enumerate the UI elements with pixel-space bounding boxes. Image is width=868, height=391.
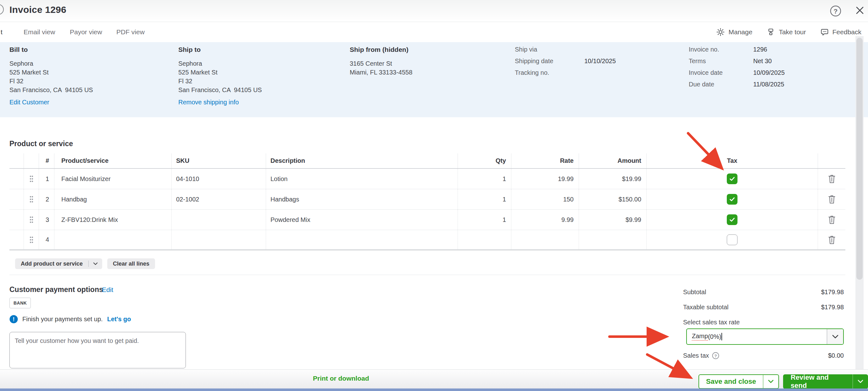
close-button[interactable] (854, 5, 866, 17)
send-options-dropdown[interactable] (852, 374, 868, 389)
tab-payor-view[interactable]: Payor view (70, 22, 102, 42)
tax-checkbox[interactable] (727, 173, 738, 184)
chevron-down-icon (93, 262, 98, 265)
page-title: Invoice 1296 (9, 4, 66, 15)
customer-payment-options-heading: Customer payment options (9, 285, 103, 294)
description-cell[interactable] (266, 230, 458, 249)
sales-tax-help-icon[interactable]: ? (712, 352, 719, 359)
rate-cell[interactable]: 150 (511, 189, 579, 209)
remove-shipping-info-link[interactable]: Remove shipping info (178, 99, 239, 106)
invoice-no-value[interactable]: 1296 (753, 46, 767, 53)
drag-dots-icon (29, 236, 34, 243)
save-options-dropdown[interactable] (763, 375, 778, 388)
drag-handle[interactable] (24, 209, 39, 230)
qty-cell[interactable]: 1 (458, 209, 511, 230)
add-product-dropdown[interactable] (88, 261, 102, 267)
product-cell[interactable] (54, 230, 172, 249)
delete-row-button[interactable] (828, 235, 836, 245)
bill-to-line: Sephora (9, 59, 93, 68)
take-tour-button[interactable]: Take tour (767, 28, 806, 36)
view-tab-bar: t Email view Payor view PDF view Manage (0, 22, 868, 42)
bill-to-block: Bill to Sephora 525 Market St Fl 32 San … (9, 46, 93, 106)
add-product-or-service-button[interactable]: Add product or service (15, 258, 102, 269)
sku-cell[interactable] (172, 230, 266, 249)
edit-customer-link[interactable]: Edit Customer (9, 99, 50, 106)
due-date-value[interactable]: 11/08/2025 (753, 81, 784, 88)
manage-button[interactable]: Manage (716, 28, 752, 36)
col-sku: SKU (172, 153, 266, 168)
text-cursor (721, 333, 722, 340)
bottom-accent-strip (0, 389, 868, 391)
scrollbar-track[interactable] (856, 36, 864, 369)
check-icon (729, 175, 736, 182)
description-cell[interactable]: Lotion (266, 169, 458, 189)
save-and-close-button[interactable]: Save and close (699, 374, 779, 389)
qty-cell[interactable]: 1 (458, 169, 511, 189)
cut-off-circle-icon (0, 4, 4, 15)
trash-icon (828, 215, 836, 224)
invoice-date-value[interactable]: 10/09/2025 (753, 69, 785, 76)
col-num: # (39, 153, 54, 168)
payment-message-input[interactable] (9, 332, 186, 368)
tab-email-view[interactable]: Email view (24, 22, 55, 42)
ship-to-heading: Ship to (178, 46, 262, 54)
drag-handle[interactable] (24, 189, 39, 209)
shipping-date-value[interactable]: 10/10/2025 (584, 58, 616, 65)
due-date-label: Due date (689, 81, 753, 88)
sales-tax-label: Sales tax (683, 352, 709, 359)
ship-from-heading: Ship from (hidden) (350, 46, 412, 54)
feedback-button[interactable]: Feedback (820, 28, 861, 36)
table-header-row: # Product/service SKU Description Qty Ra… (9, 153, 845, 169)
rate-cell[interactable]: 9.99 (511, 209, 579, 230)
ship-from-block: Ship from (hidden) 3165 Center St Miami,… (350, 46, 412, 77)
print-or-download-link[interactable]: Print or download (313, 374, 369, 382)
terms-value[interactable]: Net 30 (753, 58, 772, 65)
rate-cell[interactable]: 19.99 (511, 169, 579, 189)
tax-rate-dropdown-button[interactable] (827, 329, 843, 344)
delete-row-button[interactable] (828, 195, 836, 204)
row-number: 4 (39, 230, 54, 249)
sales-tax-rate-combobox[interactable]: Zamp (0%) (686, 328, 844, 345)
sku-cell[interactable]: 04-1010 (172, 169, 266, 189)
qty-cell[interactable]: 1 (458, 189, 511, 209)
bill-to-heading: Bill to (9, 46, 93, 54)
lets-go-link[interactable]: Let's go (107, 316, 131, 323)
table-actions: Add product or service Clear all lines (15, 258, 155, 269)
tab-current-view-cut[interactable]: t (1, 22, 2, 42)
product-cell[interactable]: Z-FBV120:Drink Mix (54, 209, 172, 230)
help-button[interactable]: ? (830, 5, 842, 17)
svg-text:?: ? (834, 7, 838, 15)
scrollbar-thumb[interactable] (856, 38, 863, 280)
clear-all-lines-button[interactable]: Clear all lines (107, 258, 155, 269)
trash-icon (828, 195, 836, 204)
trash-icon (828, 174, 836, 184)
section-divider (9, 275, 845, 275)
delete-row-button[interactable] (828, 215, 836, 224)
sku-cell[interactable]: 02-1002 (172, 189, 266, 209)
tab-pdf-view[interactable]: PDF view (116, 22, 145, 42)
invoice-date-label: Invoice date (689, 69, 753, 76)
rate-cell[interactable] (511, 230, 579, 249)
feedback-bubble-icon (820, 28, 829, 36)
product-cell[interactable]: Handbag (54, 189, 172, 209)
amount-cell: $150.00 (579, 189, 646, 209)
qty-cell[interactable] (458, 230, 511, 249)
description-cell[interactable]: Powdered Mix (266, 209, 458, 230)
tax-checkbox[interactable] (727, 214, 738, 225)
question-circle-icon: ? (830, 5, 842, 17)
delete-row-button[interactable] (828, 174, 836, 184)
sku-cell[interactable] (172, 209, 266, 230)
product-cell[interactable]: Facial Mositurizer (54, 169, 172, 189)
drag-handle[interactable] (24, 169, 39, 189)
tax-checkbox[interactable] (727, 194, 738, 205)
review-and-send-button[interactable]: Review and send (783, 374, 868, 389)
col-amount: Amount (579, 153, 646, 168)
drag-handle[interactable] (24, 230, 39, 249)
tax-checkbox[interactable] (727, 234, 738, 245)
col-product: Product/service (54, 153, 172, 168)
subtotal-row: Subtotal $179.98 (683, 289, 844, 296)
tax-rate-value-word: Zamp (692, 332, 708, 341)
payment-options-edit-link[interactable]: Edit (102, 286, 113, 294)
description-cell[interactable]: Handbags (266, 189, 458, 209)
shipping-fields: Ship via Shipping date 10/10/2025 Tracki… (515, 46, 616, 81)
